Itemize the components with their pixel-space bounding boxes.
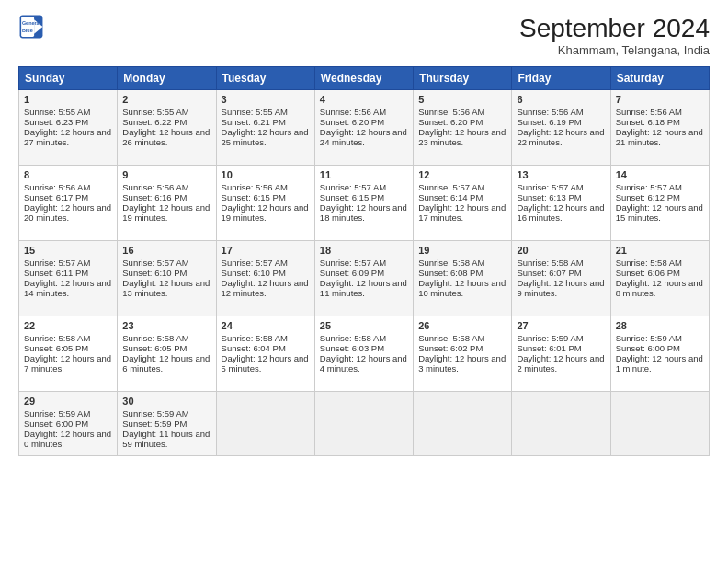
daylight-text: Daylight: 12 hours and 19 minutes. [222,202,310,223]
calendar: SundayMondayTuesdayWednesdayThursdayFrid… [18,66,710,456]
calendar-cell [314,392,413,456]
calendar-cell: 29Sunrise: 5:59 AMSunset: 6:00 PMDayligh… [19,392,118,456]
sunrise-text: Sunrise: 5:57 AM [320,258,408,268]
calendar-header-row: SundayMondayTuesdayWednesdayThursdayFrid… [19,67,710,90]
day-number: 29 [24,396,112,407]
sunset-text: Sunset: 6:00 PM [24,419,112,429]
calendar-cell: 30Sunrise: 5:59 AMSunset: 5:59 PMDayligh… [118,392,216,456]
calendar-cell: 24Sunrise: 5:58 AMSunset: 6:04 PMDayligh… [216,316,314,392]
title-block: September 2024 Khammam, Telangana, India [519,14,710,57]
daylight-text: Daylight: 12 hours and 13 minutes. [122,278,210,298]
sunset-text: Sunset: 6:07 PM [517,268,605,278]
sunset-text: Sunset: 6:22 PM [122,117,210,127]
daylight-text: Daylight: 12 hours and 11 minutes. [320,278,408,298]
calendar-header-sunday: Sunday [19,67,118,90]
daylight-text: Daylight: 12 hours and 3 minutes. [418,353,506,373]
daylight-text: Daylight: 12 hours and 15 minutes. [616,202,704,223]
sunrise-text: Sunrise: 5:57 AM [616,182,704,192]
calendar-cell: 8Sunrise: 5:56 AMSunset: 6:17 PMDaylight… [19,166,118,241]
page: General Blue September 2024 Khammam, Tel… [0,0,728,563]
calendar-cell: 10Sunrise: 5:56 AMSunset: 6:15 PMDayligh… [216,166,314,241]
day-number: 27 [517,320,605,331]
day-number: 6 [517,94,605,105]
sunset-text: Sunset: 6:18 PM [616,117,704,127]
daylight-text: Daylight: 12 hours and 16 minutes. [517,202,605,223]
sunset-text: Sunset: 6:14 PM [418,192,506,202]
calendar-cell: 6Sunrise: 5:56 AMSunset: 6:19 PMDaylight… [512,90,610,166]
calendar-cell: 20Sunrise: 5:58 AMSunset: 6:07 PMDayligh… [512,241,610,316]
sunset-text: Sunset: 6:08 PM [418,268,506,278]
calendar-header-saturday: Saturday [610,67,709,90]
sunrise-text: Sunrise: 5:56 AM [616,107,704,117]
logo: General Blue [18,14,44,40]
daylight-text: Daylight: 12 hours and 24 minutes. [320,127,408,147]
day-number: 9 [122,169,210,180]
sunset-text: Sunset: 6:05 PM [24,343,112,353]
sunrise-text: Sunrise: 5:59 AM [616,333,704,343]
sunset-text: Sunset: 6:04 PM [222,343,310,353]
calendar-cell: 13Sunrise: 5:57 AMSunset: 6:13 PMDayligh… [512,166,610,241]
logo-icon: General Blue [18,14,44,40]
daylight-text: Daylight: 12 hours and 19 minutes. [122,202,210,223]
header: General Blue September 2024 Khammam, Tel… [18,14,710,57]
calendar-header-friday: Friday [512,67,610,90]
sunrise-text: Sunrise: 5:59 AM [122,408,210,419]
sunrise-text: Sunrise: 5:59 AM [517,333,605,343]
daylight-text: Daylight: 12 hours and 10 minutes. [418,278,506,298]
day-number: 12 [418,169,506,180]
sunset-text: Sunset: 6:10 PM [122,268,210,278]
day-number: 1 [24,94,112,105]
calendar-cell: 5Sunrise: 5:56 AMSunset: 6:20 PMDaylight… [414,90,512,166]
daylight-text: Daylight: 12 hours and 12 minutes. [222,278,310,298]
daylight-text: Daylight: 12 hours and 1 minute. [616,353,704,373]
day-number: 13 [517,169,605,180]
month-year: September 2024 [519,14,710,43]
day-number: 11 [320,169,408,180]
daylight-text: Daylight: 12 hours and 7 minutes. [24,353,112,373]
day-number: 14 [616,169,704,180]
sunset-text: Sunset: 6:20 PM [418,117,506,127]
day-number: 15 [24,245,112,256]
daylight-text: Daylight: 12 hours and 27 minutes. [24,127,112,147]
sunset-text: Sunset: 6:15 PM [320,192,408,202]
day-number: 20 [517,245,605,256]
daylight-text: Daylight: 12 hours and 0 minutes. [24,429,112,449]
daylight-text: Daylight: 12 hours and 22 minutes. [517,127,605,147]
sunset-text: Sunset: 6:16 PM [122,192,210,202]
day-number: 5 [418,94,506,105]
calendar-cell: 25Sunrise: 5:58 AMSunset: 6:03 PMDayligh… [314,316,413,392]
day-number: 22 [24,320,112,331]
calendar-cell: 18Sunrise: 5:57 AMSunset: 6:09 PMDayligh… [314,241,413,316]
sunrise-text: Sunrise: 5:56 AM [122,182,210,192]
sunrise-text: Sunrise: 5:56 AM [320,107,408,117]
calendar-cell: 23Sunrise: 5:58 AMSunset: 6:05 PMDayligh… [118,316,216,392]
day-number: 2 [122,94,210,105]
calendar-cell: 15Sunrise: 5:57 AMSunset: 6:11 PMDayligh… [19,241,118,316]
sunset-text: Sunset: 6:06 PM [616,268,704,278]
calendar-cell: 21Sunrise: 5:58 AMSunset: 6:06 PMDayligh… [610,241,709,316]
daylight-text: Daylight: 12 hours and 26 minutes. [122,127,210,147]
day-number: 24 [222,320,310,331]
calendar-cell [512,392,610,456]
day-number: 28 [616,320,704,331]
day-number: 21 [616,245,704,256]
sunrise-text: Sunrise: 5:57 AM [222,258,310,268]
sunset-text: Sunset: 6:21 PM [222,117,310,127]
sunrise-text: Sunrise: 5:56 AM [418,107,506,117]
sunrise-text: Sunrise: 5:59 AM [24,408,112,419]
sunrise-text: Sunrise: 5:58 AM [24,333,112,343]
calendar-cell: 22Sunrise: 5:58 AMSunset: 6:05 PMDayligh… [19,316,118,392]
calendar-cell: 28Sunrise: 5:59 AMSunset: 6:00 PMDayligh… [610,316,709,392]
calendar-header-wednesday: Wednesday [314,67,413,90]
daylight-text: Daylight: 12 hours and 6 minutes. [122,353,210,373]
day-number: 7 [616,94,704,105]
sunrise-text: Sunrise: 5:55 AM [222,107,310,117]
calendar-cell: 19Sunrise: 5:58 AMSunset: 6:08 PMDayligh… [414,241,512,316]
calendar-cell: 4Sunrise: 5:56 AMSunset: 6:20 PMDaylight… [314,90,413,166]
daylight-text: Daylight: 12 hours and 20 minutes. [24,202,112,223]
sunset-text: Sunset: 6:17 PM [24,192,112,202]
sunrise-text: Sunrise: 5:55 AM [122,107,210,117]
daylight-text: Daylight: 12 hours and 17 minutes. [418,202,506,223]
svg-text:Blue: Blue [22,28,33,33]
day-number: 26 [418,320,506,331]
